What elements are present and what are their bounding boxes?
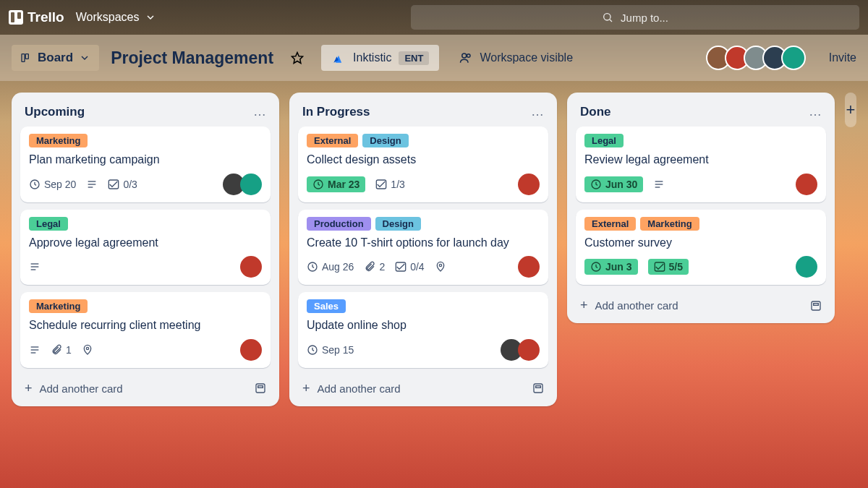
- svg-rect-36: [814, 303, 819, 305]
- template-icon: [532, 382, 544, 394]
- search-icon: [602, 12, 613, 23]
- workspace-chip[interactable]: Inktistic ENT: [321, 45, 439, 71]
- due-date-badge[interactable]: Mar 23: [307, 176, 365, 192]
- member-avatar[interactable]: [240, 339, 262, 361]
- card-label[interactable]: External: [584, 217, 636, 231]
- member-avatar[interactable]: [518, 339, 540, 361]
- list-title[interactable]: Done: [580, 105, 809, 119]
- checklist-badge: 0/4: [395, 261, 424, 273]
- list-title[interactable]: Upcoming: [25, 105, 253, 119]
- list-menu-button[interactable]: …: [253, 104, 266, 119]
- checklist-icon: [108, 179, 119, 190]
- card[interactable]: ExternalMarketingCustomer surveyJun 35/5: [576, 210, 826, 286]
- member-avatar[interactable]: [518, 256, 540, 278]
- card-members[interactable]: [244, 339, 262, 361]
- paperclip-icon: [364, 261, 375, 273]
- card-template-button[interactable]: [255, 382, 266, 394]
- plus-icon: +: [25, 381, 33, 396]
- card-members[interactable]: [244, 256, 262, 278]
- member-avatar[interactable]: [781, 46, 806, 70]
- member-avatar[interactable]: [796, 256, 817, 278]
- card-footer: Jun 35/5: [584, 256, 817, 278]
- card-label[interactable]: Design: [375, 217, 421, 231]
- due-date-badge[interactable]: Sep 20: [29, 179, 76, 190]
- board-title[interactable]: Project Management: [111, 48, 273, 68]
- card-footer: 1: [29, 339, 262, 361]
- card[interactable]: ProductionDesignCreate 10 T-shirt option…: [298, 210, 548, 286]
- star-button[interactable]: [285, 46, 310, 70]
- trello-logo[interactable]: Trello: [9, 9, 64, 25]
- card-label[interactable]: Sales: [307, 299, 346, 313]
- card-members[interactable]: [800, 174, 817, 195]
- clock-icon: [29, 179, 41, 190]
- card[interactable]: MarketingPlan marketing campaignSep 200/…: [20, 127, 271, 202]
- member-avatar[interactable]: [796, 174, 817, 195]
- add-card-button[interactable]: +Add another card: [298, 375, 548, 398]
- card-label[interactable]: Design: [362, 134, 408, 147]
- card[interactable]: SalesUpdate online shopSep 15: [298, 292, 548, 368]
- list-title[interactable]: In Progress: [302, 105, 531, 119]
- card-label[interactable]: Marketing: [640, 217, 699, 231]
- member-avatar[interactable]: [240, 256, 262, 278]
- due-date-badge[interactable]: Sep 15: [307, 344, 354, 356]
- invite-button[interactable]: Invite: [817, 46, 856, 70]
- card-template-button[interactable]: [532, 382, 544, 394]
- add-card-button[interactable]: +Add another card: [576, 292, 826, 314]
- card-members[interactable]: [505, 339, 540, 361]
- description-badge: [29, 344, 41, 356]
- description-icon: [653, 179, 665, 190]
- card-title: Create 10 T-shirt options for launch day: [307, 235, 540, 251]
- add-card-button[interactable]: +Add another card: [20, 375, 271, 398]
- workspaces-dropdown[interactable]: Workspaces: [76, 11, 157, 24]
- card-members[interactable]: [800, 256, 817, 278]
- card-template-button[interactable]: [810, 300, 822, 312]
- plus-icon: +: [580, 298, 588, 313]
- card-label[interactable]: External: [307, 134, 358, 147]
- list-menu-button[interactable]: …: [809, 104, 822, 119]
- card-members[interactable]: [227, 174, 262, 195]
- location-icon: [82, 344, 93, 356]
- due-date-badge[interactable]: Jun 30: [584, 176, 643, 192]
- description-icon: [86, 179, 98, 190]
- card[interactable]: ExternalDesignCollect design assetsMar 2…: [298, 127, 548, 202]
- search-input[interactable]: Jump to...: [411, 5, 859, 30]
- list-menu-button[interactable]: …: [531, 104, 544, 119]
- card-members[interactable]: [522, 256, 540, 278]
- card-title: Customer survey: [584, 235, 817, 251]
- card-label[interactable]: Legal: [29, 217, 68, 231]
- card-label[interactable]: Marketing: [29, 134, 88, 147]
- template-icon: [255, 382, 266, 394]
- checklist-icon: [395, 261, 407, 273]
- card-footer: [29, 256, 262, 278]
- card-footer: Mar 231/3: [307, 174, 540, 195]
- card-label[interactable]: Legal: [584, 134, 624, 147]
- clock-icon: [312, 179, 324, 190]
- svg-point-25: [439, 265, 441, 267]
- card-label[interactable]: Production: [307, 217, 371, 231]
- card-label[interactable]: Marketing: [29, 299, 88, 313]
- card[interactable]: MarketingSchedule recurring client meeti…: [20, 292, 271, 368]
- card[interactable]: LegalApprove legal agreement: [20, 210, 271, 286]
- board-members[interactable]: [712, 46, 806, 70]
- visibility-button[interactable]: Workspace visible: [451, 46, 582, 70]
- people-icon: [459, 51, 472, 64]
- due-date-badge[interactable]: Aug 26: [307, 261, 354, 273]
- member-avatar[interactable]: [240, 174, 262, 195]
- card-members[interactable]: [522, 174, 540, 195]
- brand-text: Trello: [27, 9, 64, 25]
- member-avatar[interactable]: [518, 174, 540, 195]
- card[interactable]: LegalReview legal agreementJun 30: [576, 127, 826, 202]
- paperclip-icon: [51, 344, 62, 356]
- card-title: Approve legal agreement: [29, 235, 262, 251]
- add-list-button[interactable]: +: [845, 93, 856, 127]
- list: Done…LegalReview legal agreementJun 30Ex…: [567, 93, 835, 323]
- description-icon: [29, 344, 41, 356]
- checklist-badge: 1/3: [375, 179, 404, 190]
- card-footer: Jun 30: [584, 174, 817, 195]
- view-switcher[interactable]: Board: [12, 45, 99, 71]
- workspace-name: Inktistic: [353, 51, 391, 64]
- due-date-badge[interactable]: Jun 3: [584, 259, 638, 275]
- clock-icon: [590, 261, 602, 273]
- card-footer: Sep 200/3: [29, 174, 262, 195]
- plus-icon: +: [302, 381, 310, 396]
